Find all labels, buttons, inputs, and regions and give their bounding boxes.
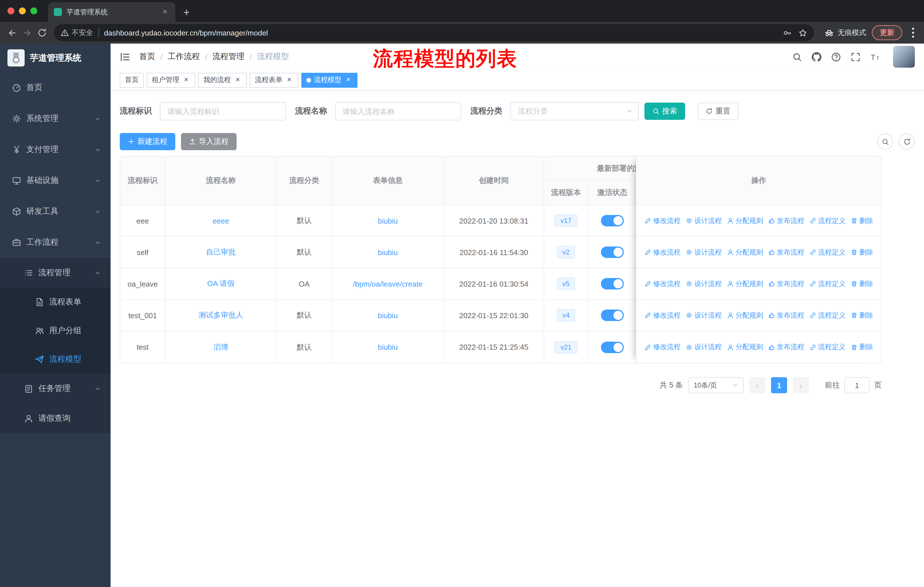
security-indicator[interactable]: 不安全	[61, 28, 93, 38]
sidebar-item-leave-query[interactable]: 请假查询	[0, 403, 111, 433]
process-key-input[interactable]	[160, 102, 286, 121]
definition-action[interactable]: 流程定义	[809, 279, 845, 289]
window-maximize-button[interactable]	[30, 7, 37, 14]
modify-action[interactable]: 修改流程	[644, 247, 681, 257]
process-name-link[interactable]: eeee	[213, 217, 229, 225]
design-action[interactable]: 设计流程	[686, 247, 722, 257]
window-minimize-button[interactable]	[19, 7, 26, 14]
assign-action[interactable]: 分配规则	[727, 216, 763, 226]
sidebar-fold-icon[interactable]	[120, 51, 130, 62]
tab-tag-1[interactable]: 租户管理×	[147, 73, 195, 88]
definition-action[interactable]: 流程定义	[809, 216, 845, 226]
form-link[interactable]: biubiu	[378, 217, 398, 225]
tab-tag-3[interactable]: 流程表单×	[250, 73, 299, 88]
url-field[interactable]: 不安全 dashboard.yudao.iocoder.cn/bpm/manag…	[54, 24, 814, 41]
sidebar-item-process-manage[interactable]: 流程管理	[0, 258, 111, 288]
tab-tag-0[interactable]: 首页	[120, 73, 144, 88]
close-icon[interactable]: ×	[182, 76, 190, 84]
publish-action[interactable]: 发布流程	[768, 311, 804, 320]
process-name-input[interactable]	[335, 102, 461, 121]
next-page-button[interactable]: ›	[793, 377, 809, 393]
sidebar-item-process-form[interactable]: 流程表单	[0, 288, 111, 316]
refresh-table-button[interactable]	[899, 134, 915, 150]
help-icon[interactable]	[831, 52, 841, 62]
search-icon[interactable]	[792, 52, 802, 62]
modify-action[interactable]: 修改流程	[644, 342, 681, 352]
tab-tag-4[interactable]: 流程模型×	[301, 73, 358, 88]
design-action[interactable]: 设计流程	[686, 216, 722, 226]
process-name-link[interactable]: OA 请假	[207, 279, 234, 289]
delete-action[interactable]: 删除	[851, 342, 873, 352]
definition-action[interactable]: 流程定义	[809, 247, 845, 257]
tab-close-icon[interactable]: ×	[160, 7, 170, 17]
reload-icon[interactable]	[35, 25, 49, 40]
process-name-link[interactable]: 滔博	[213, 342, 228, 352]
active-toggle[interactable]	[601, 246, 624, 258]
prev-page-button[interactable]: ‹	[749, 377, 765, 393]
form-link[interactable]: biubiu	[378, 311, 398, 319]
breadcrumb-item[interactable]: 工作流程	[168, 51, 200, 62]
active-toggle[interactable]	[601, 215, 624, 227]
design-action[interactable]: 设计流程	[686, 279, 722, 289]
design-action[interactable]: 设计流程	[686, 311, 722, 320]
browser-update-button[interactable]: 更新	[872, 25, 902, 40]
definition-action[interactable]: 流程定义	[809, 311, 845, 320]
form-link[interactable]: /bpm/oa/leave/create	[353, 279, 423, 288]
process-name-link[interactable]: 测试多审批人	[198, 310, 243, 321]
browser-tab[interactable]: 芋道管理系统 ×	[48, 2, 175, 22]
font-size-icon[interactable]: TT	[870, 52, 880, 62]
active-toggle[interactable]	[601, 278, 624, 289]
publish-action[interactable]: 发布流程	[768, 247, 804, 257]
assign-action[interactable]: 分配规则	[727, 279, 763, 289]
bookmark-star-icon[interactable]	[799, 28, 807, 37]
sidebar-item-task-manage[interactable]: 任务管理	[0, 374, 111, 403]
page-size-select[interactable]: 10条/页	[688, 377, 744, 393]
modify-action[interactable]: 修改流程	[644, 216, 681, 226]
forward-icon[interactable]	[20, 25, 35, 40]
avatar[interactable]	[893, 46, 915, 68]
modify-action[interactable]: 修改流程	[644, 279, 681, 289]
sidebar-item-user-group[interactable]: 用户分组	[0, 316, 111, 345]
sidebar-item-infra[interactable]: 基础设施	[0, 165, 111, 196]
design-action[interactable]: 设计流程	[686, 342, 722, 352]
search-button[interactable]: 搜索	[644, 103, 685, 120]
publish-action[interactable]: 发布流程	[768, 216, 804, 226]
assign-action[interactable]: 分配规则	[727, 247, 763, 257]
category-select[interactable]: 流程分类	[510, 102, 639, 121]
fullscreen-icon[interactable]	[851, 52, 860, 62]
definition-action[interactable]: 流程定义	[809, 342, 845, 352]
active-toggle[interactable]	[601, 309, 624, 321]
import-process-button[interactable]: 导入流程	[181, 133, 237, 150]
delete-action[interactable]: 删除	[851, 216, 873, 226]
sidebar-item-home[interactable]: 首页	[0, 72, 111, 103]
goto-page-input[interactable]	[844, 377, 870, 393]
delete-action[interactable]: 删除	[851, 311, 873, 320]
sidebar-item-payment[interactable]: 支付管理	[0, 134, 111, 165]
tab-tag-2[interactable]: 我的流程×	[198, 73, 247, 88]
delete-action[interactable]: 删除	[851, 247, 873, 257]
assign-action[interactable]: 分配规则	[727, 342, 763, 352]
github-icon[interactable]	[812, 52, 822, 62]
delete-action[interactable]: 删除	[851, 279, 873, 289]
breadcrumb-item[interactable]: 首页	[139, 51, 155, 62]
window-close-button[interactable]	[7, 7, 14, 14]
sidebar-item-workflow[interactable]: 工作流程	[0, 227, 111, 258]
current-page-button[interactable]: 1	[771, 377, 787, 393]
password-key-icon[interactable]	[783, 28, 792, 37]
breadcrumb-item[interactable]: 流程管理	[213, 51, 244, 62]
sidebar-item-process-model[interactable]: 流程模型	[0, 345, 111, 374]
back-icon[interactable]	[5, 25, 20, 40]
modify-action[interactable]: 修改流程	[644, 311, 681, 320]
sidebar-item-devtools[interactable]: 研发工具	[0, 196, 111, 227]
form-link[interactable]: biubiu	[378, 343, 398, 351]
toggle-search-button[interactable]	[877, 134, 893, 150]
close-icon[interactable]: ×	[344, 76, 352, 84]
close-icon[interactable]: ×	[234, 76, 242, 84]
browser-menu-icon[interactable]	[907, 26, 919, 39]
active-toggle[interactable]	[601, 341, 624, 353]
assign-action[interactable]: 分配规则	[727, 311, 763, 320]
form-link[interactable]: biubiu	[378, 248, 398, 256]
new-tab-button[interactable]: +	[183, 7, 190, 18]
app-logo[interactable]: 芋道管理系统	[0, 43, 111, 72]
reset-button[interactable]: 重置	[698, 103, 738, 120]
